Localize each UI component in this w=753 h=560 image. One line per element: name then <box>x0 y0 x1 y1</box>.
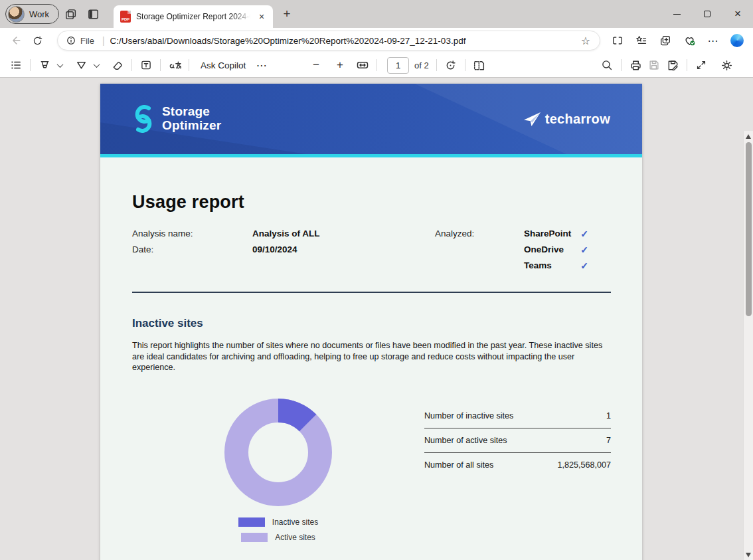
vertical-scrollbar[interactable] <box>743 131 753 560</box>
workspaces-button[interactable] <box>59 3 82 25</box>
more-tools-button[interactable]: ⋯ <box>252 56 271 74</box>
analyzed-name: OneDrive <box>524 242 564 258</box>
highlighter-dropdown-chevron[interactable] <box>94 61 100 68</box>
collections-icon <box>659 35 671 47</box>
date-label: Date: <box>132 242 252 258</box>
minimize-button[interactable] <box>661 0 692 28</box>
report-content: Usage report Analysis name: Analysis of … <box>100 192 642 560</box>
site-info-icon[interactable] <box>66 35 76 46</box>
tab-actions-button[interactable] <box>82 3 104 25</box>
analyzed-row: OneDrive ✓ <box>435 242 611 258</box>
legend-item: Inactive sites <box>238 517 318 527</box>
add-text-button[interactable] <box>137 56 155 74</box>
close-button[interactable]: × <box>722 0 753 28</box>
scrollbar-thumb[interactable] <box>746 142 752 316</box>
address-field[interactable]: File | C:/Users/abal/Downloads/Storage%2… <box>57 31 600 50</box>
storage-optimizer-brand: Storage Optimizer <box>132 105 221 133</box>
pdf-settings-button[interactable] <box>717 56 736 74</box>
fullscreen-icon <box>695 59 707 71</box>
eraser-button[interactable] <box>108 56 127 74</box>
table-row: Number of all sites 1,825,568,007 <box>424 453 611 478</box>
storage-optimizer-logo-icon <box>132 105 155 133</box>
protocol-label: File <box>80 36 94 46</box>
highlighter-icon <box>75 59 88 72</box>
stat-label: Number of inactive sites <box>424 411 513 420</box>
url-text[interactable]: C:/Users/abal/Downloads/Storage%20Optimi… <box>110 36 578 46</box>
scrollbar-up-button[interactable] <box>746 134 751 139</box>
save-icon <box>648 59 660 71</box>
favorite-star-button[interactable]: ☆ <box>578 33 593 48</box>
stat-value: 1,825,568,007 <box>557 460 611 470</box>
copilot-button[interactable] <box>726 31 748 50</box>
banner-accent-bar <box>100 154 642 157</box>
analyzed-row: Teams ✓ <box>435 258 611 274</box>
workspaces-icon <box>64 8 77 21</box>
add-text-icon <box>140 59 152 71</box>
page-view-button[interactable] <box>470 56 489 74</box>
scrollbar-down-button[interactable] <box>746 553 751 557</box>
fit-to-width-button[interactable] <box>353 56 372 74</box>
window-controls: × <box>661 0 753 28</box>
fullscreen-button[interactable] <box>692 56 711 74</box>
page-view-icon <box>473 59 485 72</box>
save-as-button[interactable] <box>663 56 682 74</box>
stat-label: Number of all sites <box>424 460 493 470</box>
browser-tab[interactable]: PDF Storage Optimizer Report 2024-09 × <box>114 5 273 28</box>
techarrow-logo: techarrow <box>523 112 610 127</box>
fit-to-width-icon <box>356 58 369 72</box>
table-of-contents-button[interactable] <box>7 56 25 74</box>
zoom-in-button[interactable]: + <box>331 56 349 74</box>
new-tab-button[interactable]: + <box>277 4 297 24</box>
section-divider <box>132 292 611 293</box>
highlighter-button[interactable] <box>72 56 90 74</box>
section-heading: Inactive sites <box>132 317 611 330</box>
print-button[interactable] <box>626 56 645 74</box>
read-aloud-icon <box>167 59 182 71</box>
tab-close-button[interactable]: × <box>256 11 268 23</box>
draw-pen-icon <box>39 59 51 72</box>
legend-swatch-inactive <box>238 517 265 527</box>
zoom-out-button[interactable]: − <box>307 56 325 74</box>
analyzed-block: Analyzed: SharePoint ✓ OneDrive ✓ <box>435 226 611 274</box>
techarrow-wordmark: techarrow <box>545 112 610 127</box>
search-icon <box>601 59 613 71</box>
donut-chart-block: Inactive sites Active sites <box>132 396 424 542</box>
ask-copilot-button[interactable]: Ask Copilot <box>194 60 252 70</box>
split-screen-button[interactable] <box>607 31 628 50</box>
check-icon: ✓ <box>580 258 588 274</box>
meta-row: Date: 09/10/2024 <box>132 242 435 258</box>
draw-pen-dropdown-chevron[interactable] <box>57 61 64 68</box>
analyzed-name: SharePoint <box>524 226 571 242</box>
refresh-button[interactable] <box>27 31 48 50</box>
pdf-toolbar: Ask Copilot ⋯ − + of 2 <box>0 53 753 78</box>
back-button[interactable] <box>5 31 27 50</box>
print-icon <box>629 59 642 72</box>
analyzed-row: Analyzed: SharePoint ✓ <box>435 226 611 242</box>
save-button[interactable] <box>645 56 663 74</box>
favorites-button[interactable] <box>631 31 652 50</box>
check-icon: ✓ <box>580 242 588 258</box>
profile-button[interactable]: Work <box>5 4 59 24</box>
read-aloud-button[interactable] <box>165 56 184 74</box>
techarrow-arrow-icon <box>523 112 541 127</box>
tab-title: Storage Optimizer Report 2024-09 <box>136 12 250 21</box>
collections-button[interactable] <box>655 31 676 50</box>
toolbar-divider <box>131 59 132 71</box>
analyzed-name: Teams <box>524 258 552 274</box>
browser-essentials-button[interactable] <box>679 31 700 50</box>
maximize-button[interactable] <box>692 0 722 28</box>
rotate-button[interactable] <box>442 56 460 74</box>
gear-icon <box>720 59 733 72</box>
analysis-name-value: Analysis of ALL <box>252 226 320 242</box>
toolbar-divider <box>30 59 31 71</box>
report-banner: Storage Optimizer techarrow <box>100 84 642 154</box>
draw-pen-button[interactable] <box>35 56 54 74</box>
toolbar-divider <box>160 59 161 71</box>
stat-value: 7 <box>606 436 611 445</box>
search-button[interactable] <box>598 56 616 74</box>
pdf-file-icon: PDF <box>120 11 131 23</box>
address-separator: | <box>102 35 105 46</box>
donut-chart <box>222 396 335 509</box>
settings-more-button[interactable]: ⋯ <box>703 31 724 50</box>
page-number-input[interactable] <box>387 57 409 74</box>
